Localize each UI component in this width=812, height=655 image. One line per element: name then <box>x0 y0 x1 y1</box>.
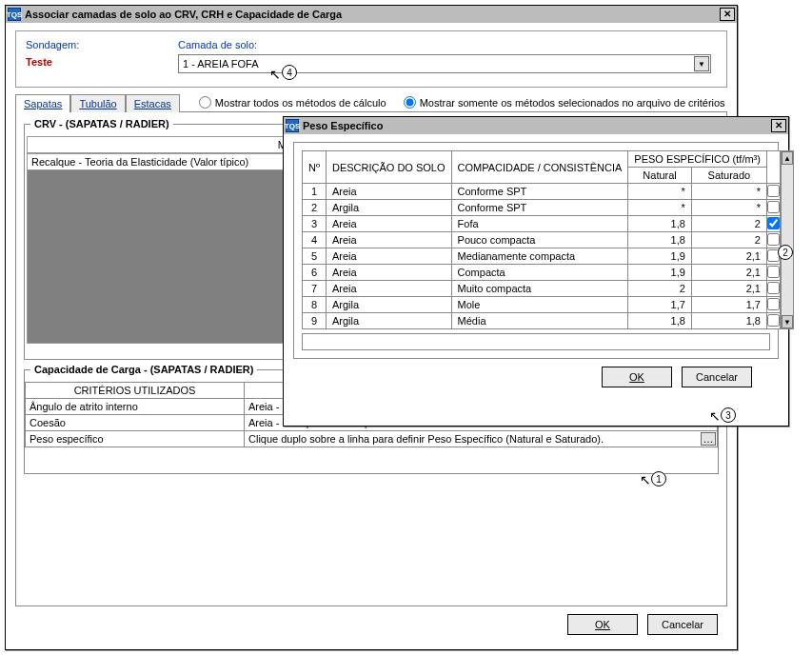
peso-cell-comp: Muito compacta <box>451 281 628 297</box>
crit-peso-label: Peso específico <box>26 431 245 447</box>
peso-cell-sat: 2 <box>691 216 766 232</box>
peso-ellipsis-button[interactable]: … <box>701 432 716 446</box>
peso-scrollbar[interactable]: ▲ ▼ <box>781 150 794 329</box>
peso-cell-comp: Conforme SPT <box>451 200 628 216</box>
criteria-header: CRITÉRIOS UTILIZADOS <box>26 383 245 399</box>
peso-row[interactable]: 2ArgilaConforme SPT** <box>303 200 781 216</box>
peso-ok-label: OK <box>629 371 644 383</box>
annotation-3: 3 <box>721 407 736 423</box>
peso-row[interactable]: 5AreiaMedianamente compacta1,92,1 <box>303 248 781 265</box>
tab-sapatas[interactable]: Sapatas <box>15 94 70 112</box>
peso-row[interactable]: 3AreiaFofa1,82 <box>303 216 781 232</box>
peso-cell-desc: Areia <box>326 265 451 281</box>
peso-cell-n: 1 <box>303 184 327 200</box>
main-ok-button[interactable]: OK <box>567 614 638 635</box>
sondagem-panel: Sondagem: Teste Camada de solo: 1 - AREI… <box>15 30 727 88</box>
radio-show-selected-label: Mostrar somente os métodos selecionados … <box>420 97 725 109</box>
peso-cell-comp: Conforme SPT <box>451 184 628 200</box>
radio-show-selected[interactable]: Mostrar somente os métodos selecionados … <box>404 96 725 109</box>
peso-row-checkbox[interactable] <box>767 282 780 294</box>
peso-titlebar: TQS Peso Específico ✕ <box>284 117 788 134</box>
peso-cell-nat: 1,8 <box>628 313 692 329</box>
radio-show-selected-input[interactable] <box>404 96 416 109</box>
main-close-button[interactable]: ✕ <box>720 8 735 21</box>
peso-cell-nat: 1,8 <box>628 216 692 232</box>
peso-cell-comp: Mole <box>451 297 628 313</box>
peso-cell-nat: 1,7 <box>628 297 692 313</box>
dropdown-arrow-icon[interactable]: ▼ <box>694 56 709 71</box>
peso-cell-chk[interactable] <box>766 281 780 297</box>
crit-angulo-label: Ângulo de atrito interno <box>26 399 245 415</box>
peso-cell-n: 9 <box>303 313 327 329</box>
col-chk <box>766 151 780 184</box>
peso-row[interactable]: 9ArgilaMédia1,81,8 <box>303 313 781 329</box>
peso-row-checkbox[interactable] <box>767 185 780 197</box>
radio-show-all[interactable]: Mostrar todos os métodos de cálculo <box>199 96 386 109</box>
peso-cell-desc: Areia <box>326 216 451 232</box>
crv-group-title: CRV - (SAPATAS / RADIER) <box>30 118 173 129</box>
peso-row-checkbox[interactable] <box>767 314 780 327</box>
tab-tubulao[interactable]: Tubulão <box>70 94 125 112</box>
peso-cell-desc: Argila <box>326 313 451 329</box>
peso-cell-comp: Média <box>451 313 628 329</box>
peso-row-checkbox[interactable] <box>767 233 780 246</box>
radio-show-all-input[interactable] <box>199 96 211 109</box>
peso-cell-chk[interactable] <box>766 184 780 200</box>
peso-row-checkbox[interactable] <box>767 217 780 229</box>
scroll-down-icon[interactable]: ▼ <box>782 315 793 328</box>
peso-row[interactable]: 8ArgilaMole1,71,7 <box>303 297 781 313</box>
scroll-up-icon[interactable]: ▲ <box>782 151 793 165</box>
peso-cell-chk[interactable] <box>766 313 780 329</box>
col-comp: COMPACIDADE / CONSISTÊNCIA <box>451 151 628 184</box>
peso-row[interactable]: 6AreiaCompacta1,92,1 <box>303 265 781 281</box>
col-n: Nº <box>303 151 327 184</box>
col-desc: DESCRIÇÃO DO SOLO <box>326 151 451 184</box>
peso-cell-chk[interactable] <box>766 200 780 216</box>
peso-cell-chk[interactable] <box>766 232 780 248</box>
peso-row-checkbox[interactable] <box>767 266 780 278</box>
peso-cell-chk[interactable] <box>766 265 780 281</box>
sondagem-label: Sondagem: <box>26 39 159 50</box>
peso-cell-n: 2 <box>303 200 327 216</box>
peso-row[interactable]: 4AreiaPouco compacta1,82 <box>303 232 781 248</box>
peso-cell-chk[interactable] <box>766 297 780 313</box>
peso-cell-desc: Areia <box>326 232 451 248</box>
peso-footer-input[interactable] <box>302 333 770 350</box>
camada-dropdown[interactable]: 1 - AREIA FOFA ▼ <box>178 54 711 73</box>
main-cancel-button[interactable]: Cancelar <box>647 614 718 635</box>
cap-group-title: Capacidade de Carga - (SAPATAS / RADIER) <box>30 364 257 375</box>
peso-cell-nat: 1,9 <box>628 265 692 281</box>
annotation-4: 4 <box>282 65 297 80</box>
sondagem-value: Teste <box>26 56 159 68</box>
peso-cell-desc: Areia <box>326 248 451 265</box>
camada-label: Camada de solo: <box>178 39 717 50</box>
peso-cell-n: 6 <box>303 265 327 281</box>
peso-cell-sat: 1,8 <box>691 313 766 329</box>
peso-row[interactable]: 1AreiaConforme SPT** <box>303 184 781 200</box>
peso-close-button[interactable]: ✕ <box>771 119 786 132</box>
crit-coesao-label: Coesão <box>26 415 245 431</box>
peso-cell-sat: * <box>691 200 766 216</box>
peso-row-checkbox[interactable] <box>767 298 780 310</box>
tab-estacas[interactable]: Estacas <box>126 94 180 112</box>
peso-cancel-button[interactable]: Cancelar <box>682 367 752 387</box>
main-titlebar: TQS Associar camadas de solo ao CRV, CRH… <box>6 6 737 23</box>
peso-cell-comp: Fofa <box>451 216 628 232</box>
peso-ok-button[interactable]: OK <box>602 367 672 387</box>
peso-cell-sat: 2,1 <box>691 281 766 297</box>
app-icon: TQS <box>8 8 21 21</box>
peso-row[interactable]: 7AreiaMuito compacta22,1 <box>303 281 781 297</box>
crit-peso-value-cell[interactable]: Clique duplo sobre a linha para definir … <box>245 431 718 447</box>
peso-cell-nat: * <box>628 200 692 216</box>
peso-cell-comp: Pouco compacta <box>451 232 628 248</box>
peso-cell-comp: Compacta <box>451 265 628 281</box>
peso-cell-sat: 2 <box>691 232 766 248</box>
annotation-1: 1 <box>651 471 666 486</box>
peso-cell-n: 8 <box>303 297 327 313</box>
peso-row-checkbox[interactable] <box>767 201 780 213</box>
col-sat: Saturado <box>691 168 766 184</box>
criteria-row-peso[interactable]: Peso específico Clique duplo sobre a lin… <box>26 431 718 447</box>
annotation-2: 2 <box>778 245 793 260</box>
peso-cell-chk[interactable] <box>766 216 780 232</box>
peso-cell-n: 4 <box>303 232 327 248</box>
